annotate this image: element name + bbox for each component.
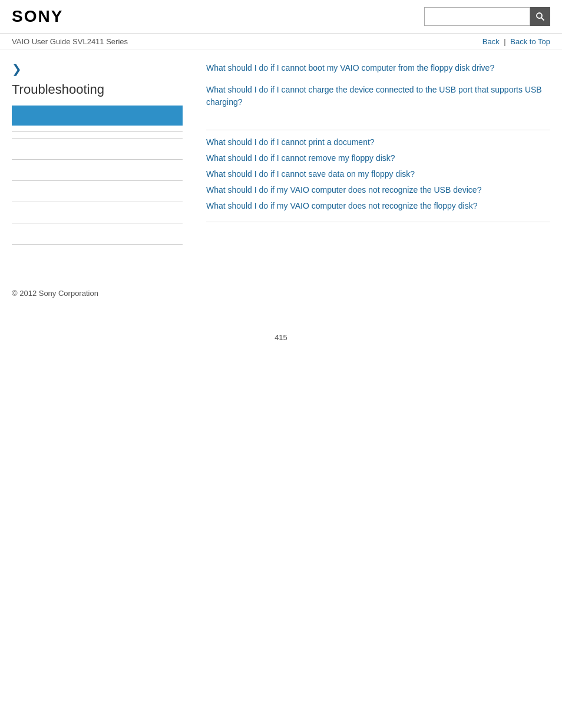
content-area: What should I do if I cannot boot my VAI…: [194, 62, 550, 265]
sony-logo: SONY: [12, 7, 63, 26]
copyright: © 2012 Sony Corporation: [12, 289, 98, 298]
nav-separator: |: [504, 37, 505, 46]
content-section-bottom: What should I do if I cannot print a doc…: [206, 130, 550, 222]
sidebar-item-6: [12, 244, 183, 265]
svg-line-1: [541, 18, 544, 21]
content-link-save-floppy[interactable]: What should I do if I cannot save data o…: [206, 168, 550, 180]
page-number: 415: [0, 321, 562, 354]
content-link-usb-charging[interactable]: What should I do if I cannot charge the …: [206, 84, 550, 108]
sidebar: ❯ Troubleshooting: [12, 62, 194, 265]
content-link-remove-floppy[interactable]: What should I do if I cannot remove my f…: [206, 152, 550, 164]
content-link-usb-device[interactable]: What should I do if my VAIO computer doe…: [206, 184, 550, 196]
guide-title: VAIO User Guide SVL2411 Series: [12, 37, 128, 46]
content-link-floppy-boot[interactable]: What should I do if I cannot boot my VAI…: [206, 62, 550, 74]
search-icon: [535, 12, 545, 21]
sidebar-title: Troubleshooting: [12, 82, 183, 97]
svg-point-0: [537, 13, 542, 18]
search-input[interactable]: [424, 7, 530, 26]
back-to-top-link[interactable]: Back to Top: [510, 37, 550, 46]
sidebar-item-2: [12, 159, 183, 180]
content-link-print[interactable]: What should I do if I cannot print a doc…: [206, 136, 550, 149]
sidebar-item-1: [12, 138, 183, 159]
content-section-top: What should I do if I cannot boot my VAI…: [206, 62, 550, 130]
sidebar-active-item[interactable]: [12, 106, 183, 126]
sidebar-item-3: [12, 180, 183, 202]
back-link[interactable]: Back: [482, 37, 500, 46]
sidebar-divider-1: [12, 131, 183, 132]
header: SONY: [0, 0, 562, 34]
subheader-nav: Back | Back to Top: [482, 37, 550, 46]
search-button[interactable]: [530, 7, 550, 26]
subheader: VAIO User Guide SVL2411 Series Back | Ba…: [0, 34, 562, 50]
content-link-floppy-recognize[interactable]: What should I do if my VAIO computer doe…: [206, 200, 550, 212]
sidebar-item-5: [12, 223, 183, 244]
main-container: ❯ Troubleshooting What should I do if I …: [0, 50, 562, 277]
search-container: [424, 7, 550, 26]
sidebar-chevron-icon: ❯: [12, 62, 183, 76]
sidebar-item-4: [12, 202, 183, 223]
footer: © 2012 Sony Corporation: [0, 277, 562, 321]
